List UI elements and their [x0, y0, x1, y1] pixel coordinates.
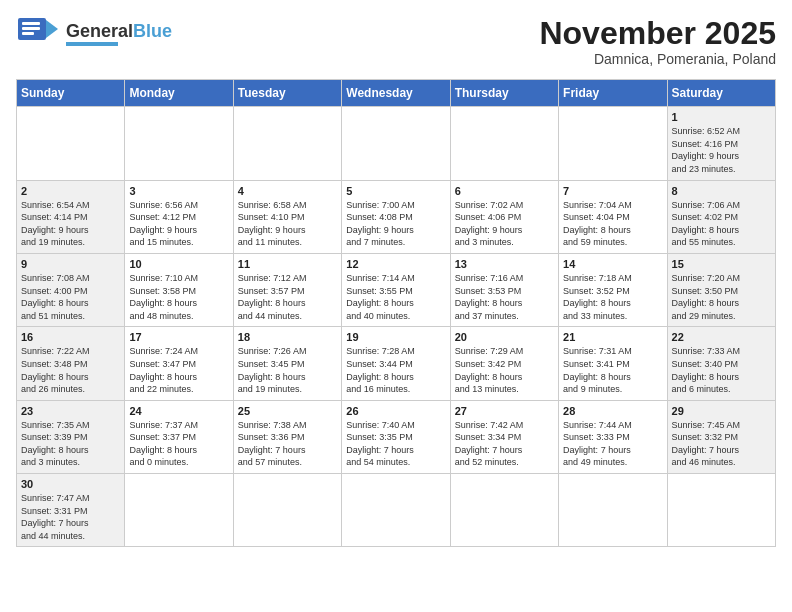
day-number: 15: [672, 258, 771, 270]
day-cell: 19Sunrise: 7:28 AM Sunset: 3:44 PM Dayli…: [342, 327, 450, 400]
day-cell: [233, 107, 341, 180]
day-info: Sunrise: 7:20 AM Sunset: 3:50 PM Dayligh…: [672, 272, 771, 322]
day-number: 2: [21, 185, 120, 197]
day-info: Sunrise: 7:16 AM Sunset: 3:53 PM Dayligh…: [455, 272, 554, 322]
day-info: Sunrise: 6:54 AM Sunset: 4:14 PM Dayligh…: [21, 199, 120, 249]
day-info: Sunrise: 7:06 AM Sunset: 4:02 PM Dayligh…: [672, 199, 771, 249]
week-row-4: 16Sunrise: 7:22 AM Sunset: 3:48 PM Dayli…: [17, 327, 776, 400]
day-number: 3: [129, 185, 228, 197]
day-number: 19: [346, 331, 445, 343]
day-cell: 21Sunrise: 7:31 AM Sunset: 3:41 PM Dayli…: [559, 327, 667, 400]
day-header-thursday: Thursday: [450, 80, 558, 107]
logo: GeneralBlue: [16, 16, 172, 52]
day-info: Sunrise: 7:22 AM Sunset: 3:48 PM Dayligh…: [21, 345, 120, 395]
day-number: 30: [21, 478, 120, 490]
day-info: Sunrise: 7:28 AM Sunset: 3:44 PM Dayligh…: [346, 345, 445, 395]
day-info: Sunrise: 7:37 AM Sunset: 3:37 PM Dayligh…: [129, 419, 228, 469]
day-cell: 15Sunrise: 7:20 AM Sunset: 3:50 PM Dayli…: [667, 253, 775, 326]
day-cell: [17, 107, 125, 180]
day-cell: 25Sunrise: 7:38 AM Sunset: 3:36 PM Dayli…: [233, 400, 341, 473]
title-area: November 2025 Damnica, Pomerania, Poland: [539, 16, 776, 67]
day-cell: [342, 107, 450, 180]
month-title: November 2025: [539, 16, 776, 51]
week-row-5: 23Sunrise: 7:35 AM Sunset: 3:39 PM Dayli…: [17, 400, 776, 473]
day-info: Sunrise: 7:35 AM Sunset: 3:39 PM Dayligh…: [21, 419, 120, 469]
day-number: 9: [21, 258, 120, 270]
day-number: 24: [129, 405, 228, 417]
day-header-wednesday: Wednesday: [342, 80, 450, 107]
day-cell: 13Sunrise: 7:16 AM Sunset: 3:53 PM Dayli…: [450, 253, 558, 326]
day-cell: 9Sunrise: 7:08 AM Sunset: 4:00 PM Daylig…: [17, 253, 125, 326]
week-row-2: 2Sunrise: 6:54 AM Sunset: 4:14 PM Daylig…: [17, 180, 776, 253]
day-cell: 12Sunrise: 7:14 AM Sunset: 3:55 PM Dayli…: [342, 253, 450, 326]
day-info: Sunrise: 7:47 AM Sunset: 3:31 PM Dayligh…: [21, 492, 120, 542]
day-info: Sunrise: 7:31 AM Sunset: 3:41 PM Dayligh…: [563, 345, 662, 395]
day-info: Sunrise: 6:58 AM Sunset: 4:10 PM Dayligh…: [238, 199, 337, 249]
day-number: 21: [563, 331, 662, 343]
day-cell: 5Sunrise: 7:00 AM Sunset: 4:08 PM Daylig…: [342, 180, 450, 253]
day-info: Sunrise: 7:38 AM Sunset: 3:36 PM Dayligh…: [238, 419, 337, 469]
day-info: Sunrise: 7:26 AM Sunset: 3:45 PM Dayligh…: [238, 345, 337, 395]
day-cell: [667, 474, 775, 547]
day-cell: [559, 474, 667, 547]
day-cell: 29Sunrise: 7:45 AM Sunset: 3:32 PM Dayli…: [667, 400, 775, 473]
day-number: 22: [672, 331, 771, 343]
day-cell: [125, 107, 233, 180]
day-number: 27: [455, 405, 554, 417]
day-info: Sunrise: 6:56 AM Sunset: 4:12 PM Dayligh…: [129, 199, 228, 249]
day-header-friday: Friday: [559, 80, 667, 107]
svg-marker-1: [46, 20, 58, 38]
logo-text: GeneralBlue: [66, 22, 172, 40]
day-info: Sunrise: 7:29 AM Sunset: 3:42 PM Dayligh…: [455, 345, 554, 395]
day-info: Sunrise: 7:24 AM Sunset: 3:47 PM Dayligh…: [129, 345, 228, 395]
day-header-tuesday: Tuesday: [233, 80, 341, 107]
day-cell: [125, 474, 233, 547]
day-number: 18: [238, 331, 337, 343]
day-info: Sunrise: 7:14 AM Sunset: 3:55 PM Dayligh…: [346, 272, 445, 322]
day-cell: 17Sunrise: 7:24 AM Sunset: 3:47 PM Dayli…: [125, 327, 233, 400]
day-info: Sunrise: 7:33 AM Sunset: 3:40 PM Dayligh…: [672, 345, 771, 395]
calendar-table: SundayMondayTuesdayWednesdayThursdayFrid…: [16, 79, 776, 547]
svg-rect-4: [22, 32, 34, 35]
day-info: Sunrise: 7:18 AM Sunset: 3:52 PM Dayligh…: [563, 272, 662, 322]
day-header-sunday: Sunday: [17, 80, 125, 107]
day-cell: 23Sunrise: 7:35 AM Sunset: 3:39 PM Dayli…: [17, 400, 125, 473]
week-row-1: 1Sunrise: 6:52 AM Sunset: 4:16 PM Daylig…: [17, 107, 776, 180]
day-info: Sunrise: 7:12 AM Sunset: 3:57 PM Dayligh…: [238, 272, 337, 322]
day-info: Sunrise: 7:08 AM Sunset: 4:00 PM Dayligh…: [21, 272, 120, 322]
day-cell: 3Sunrise: 6:56 AM Sunset: 4:12 PM Daylig…: [125, 180, 233, 253]
day-info: Sunrise: 7:10 AM Sunset: 3:58 PM Dayligh…: [129, 272, 228, 322]
day-number: 16: [21, 331, 120, 343]
day-number: 13: [455, 258, 554, 270]
day-number: 8: [672, 185, 771, 197]
day-cell: [450, 107, 558, 180]
day-number: 1: [672, 111, 771, 123]
day-cell: 11Sunrise: 7:12 AM Sunset: 3:57 PM Dayli…: [233, 253, 341, 326]
day-number: 11: [238, 258, 337, 270]
day-cell: 4Sunrise: 6:58 AM Sunset: 4:10 PM Daylig…: [233, 180, 341, 253]
day-cell: 26Sunrise: 7:40 AM Sunset: 3:35 PM Dayli…: [342, 400, 450, 473]
day-number: 7: [563, 185, 662, 197]
day-cell: 18Sunrise: 7:26 AM Sunset: 3:45 PM Dayli…: [233, 327, 341, 400]
day-number: 14: [563, 258, 662, 270]
day-number: 29: [672, 405, 771, 417]
day-cell: [233, 474, 341, 547]
day-number: 28: [563, 405, 662, 417]
day-cell: [450, 474, 558, 547]
day-cell: 27Sunrise: 7:42 AM Sunset: 3:34 PM Dayli…: [450, 400, 558, 473]
day-number: 4: [238, 185, 337, 197]
day-cell: 6Sunrise: 7:02 AM Sunset: 4:06 PM Daylig…: [450, 180, 558, 253]
week-row-3: 9Sunrise: 7:08 AM Sunset: 4:00 PM Daylig…: [17, 253, 776, 326]
day-number: 26: [346, 405, 445, 417]
svg-rect-3: [22, 27, 40, 30]
day-info: Sunrise: 6:52 AM Sunset: 4:16 PM Dayligh…: [672, 125, 771, 175]
day-number: 5: [346, 185, 445, 197]
day-number: 6: [455, 185, 554, 197]
day-number: 10: [129, 258, 228, 270]
day-number: 12: [346, 258, 445, 270]
day-info: Sunrise: 7:45 AM Sunset: 3:32 PM Dayligh…: [672, 419, 771, 469]
day-info: Sunrise: 7:40 AM Sunset: 3:35 PM Dayligh…: [346, 419, 445, 469]
day-cell: 22Sunrise: 7:33 AM Sunset: 3:40 PM Dayli…: [667, 327, 775, 400]
day-cell: 20Sunrise: 7:29 AM Sunset: 3:42 PM Dayli…: [450, 327, 558, 400]
day-cell: 30Sunrise: 7:47 AM Sunset: 3:31 PM Dayli…: [17, 474, 125, 547]
